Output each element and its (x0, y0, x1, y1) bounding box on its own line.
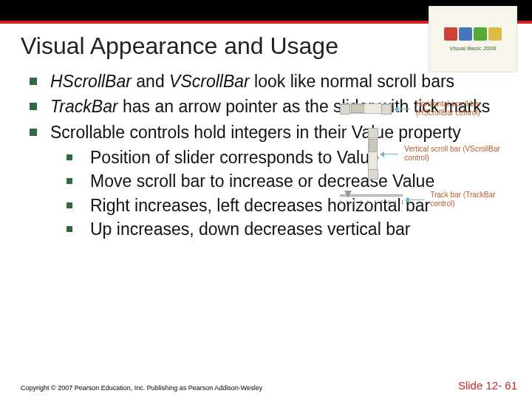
arrow-icon (398, 109, 410, 109)
arrow-icon (383, 154, 398, 154)
controls-diagram: Horizontal scroll bar (HScrollBar contro… (340, 100, 517, 219)
hscroll-label: Horizontal scroll bar (HScrollBar contro… (416, 100, 517, 117)
vscroll-row: Vertical scroll bar (VScrollBar control) (340, 128, 517, 180)
text: look like normal scroll bars (250, 72, 454, 91)
vscrollbar-graphic (368, 128, 378, 180)
text: and (132, 72, 169, 91)
footer: Copyright © 2007 Pearson Education, Inc.… (21, 379, 517, 392)
trackbar-row: Track bar (TrackBar control) (340, 190, 517, 209)
slider-pointer-icon (344, 191, 352, 198)
term-trackbar: TrackBar (50, 97, 118, 116)
arrow-icon (409, 200, 424, 200)
copyright-text: Copyright © 2007 Pearson Education, Inc.… (21, 384, 262, 392)
trackbar-graphic (340, 190, 403, 209)
hscroll-row: Horizontal scroll bar (HScrollBar contro… (340, 100, 517, 117)
slide-number: Slide 12- 61 (458, 379, 517, 392)
bullet-1: HScrollBar and VScrollBar look like norm… (30, 70, 511, 92)
trackbar-label: Track bar (TrackBar control) (430, 191, 517, 208)
sub-bullet-4: Up increases, down decreases vertical ba… (66, 218, 511, 240)
hscrollbar-graphic (340, 103, 392, 114)
book-logo: Visual Basic 2008 (429, 6, 517, 72)
vscroll-label: Vertical scroll bar (VScrollBar control) (404, 145, 517, 163)
term-hscrollbar: HScrollBar (50, 72, 132, 91)
logo-blocks (444, 27, 502, 41)
logo-text: Visual Basic 2008 (449, 45, 496, 52)
term-vscrollbar: VScrollBar (169, 72, 250, 91)
